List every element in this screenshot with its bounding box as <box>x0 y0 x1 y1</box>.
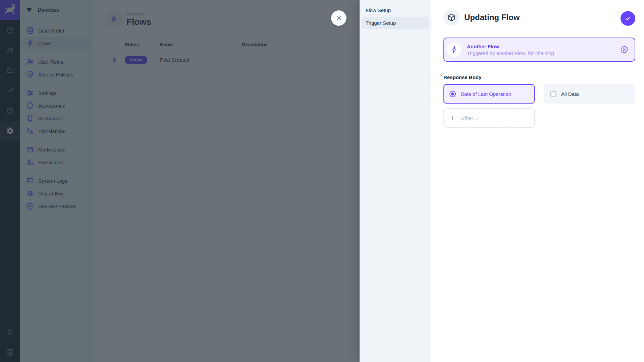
drawer-overlay[interactable] <box>0 0 360 362</box>
response-body-options: Data of Last Operation All Data <box>443 84 635 104</box>
drawer-main: Updating Flow Another Flow Triggere <box>431 0 644 362</box>
bolt-icon <box>447 42 462 57</box>
trigger-texts: Another Flow Triggered by another Flow, … <box>467 44 614 56</box>
save-button[interactable] <box>621 11 635 26</box>
drawer-title: Updating Flow <box>464 13 520 22</box>
trigger-card-title: Another Flow <box>467 44 614 49</box>
drawer-tab-flow-setup[interactable]: Flow Setup <box>362 4 429 16</box>
other-option-button[interactable]: Other... <box>443 108 535 128</box>
app-root: Directus Data Model <box>0 0 644 362</box>
radio-selected-icon <box>449 91 456 97</box>
drawer: Flow Setup Trigger Setup Updating Flow <box>360 0 644 362</box>
radio-option-all-data[interactable]: All Data <box>544 84 635 104</box>
other-option-label: Other... <box>461 115 477 121</box>
trigger-type-card[interactable]: Another Flow Triggered by another Flow, … <box>443 38 635 62</box>
check-icon <box>624 15 632 22</box>
plus-icon <box>449 115 456 121</box>
radio-option-data-of-last-operation[interactable]: Data of Last Operation <box>443 84 535 104</box>
trigger-card-subtitle: Triggered by another Flow, for chaining <box>467 50 614 56</box>
drawer-nav: Flow Setup Trigger Setup <box>360 0 431 362</box>
response-body-field: Response Body Data of Last Operation All… <box>443 74 635 128</box>
drawer-header: Updating Flow <box>443 9 635 25</box>
close-drawer-button[interactable] <box>331 10 346 26</box>
box-icon <box>447 13 456 22</box>
circle-x-icon[interactable] <box>620 45 629 54</box>
close-icon <box>335 15 342 21</box>
radio-unselected-icon <box>550 91 556 97</box>
drawer-tab-trigger-setup[interactable]: Trigger Setup <box>362 17 429 29</box>
response-body-label: Response Body <box>443 74 635 80</box>
drawer-title-icon-circle <box>443 9 460 25</box>
